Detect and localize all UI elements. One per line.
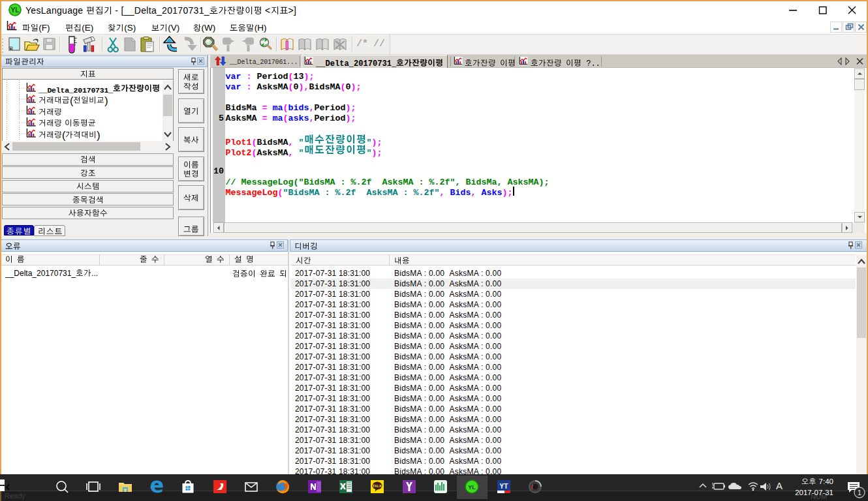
- svg-text:1: 1: [858, 489, 861, 496]
- svg-text:TALK: TALK: [373, 484, 382, 488]
- svg-text:YT: YT: [500, 483, 508, 490]
- svg-text:YL: YL: [468, 484, 476, 491]
